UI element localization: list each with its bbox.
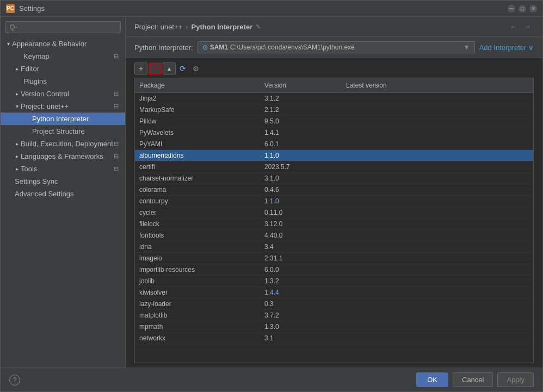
table-row[interactable]: Pillow9.5.0: [135, 116, 533, 127]
sidebar-item-settings-sync[interactable]: Settings Sync: [1, 175, 125, 188]
interpreter-name: SAM1: [210, 43, 228, 51]
sidebar: ▾Appearance & BehaviorKeymap⊟▸EditorPlug…: [1, 17, 126, 368]
ok-button[interactable]: OK: [416, 372, 448, 387]
interpreter-select[interactable]: ⊙ SAM1 C:\Users\pc\.conda\envs\SAM1\pyth…: [198, 41, 475, 53]
minimize-button[interactable]: ─: [508, 5, 515, 13]
nav-back-button[interactable]: ←: [508, 21, 520, 32]
sidebar-item-tools[interactable]: ▸Tools⊟: [1, 163, 125, 175]
close-button[interactable]: ✕: [529, 5, 537, 13]
up-button[interactable]: ▲: [163, 63, 176, 74]
package-name-cell: lazy-loader: [135, 299, 260, 309]
package-latest-cell: [342, 189, 533, 191]
interpreter-dropdown-arrow: ▼: [464, 43, 470, 51]
remove-package-button[interactable]: −: [149, 63, 162, 74]
sidebar-item-label: Advanced Settings: [15, 190, 73, 198]
sidebar-item-plugins[interactable]: Plugins: [1, 75, 125, 88]
package-name-cell: Jinja2: [135, 94, 260, 103]
sidebar-item-project[interactable]: ▾Project: unet++⊟: [1, 100, 125, 113]
package-latest-cell: [342, 120, 533, 122]
table-row[interactable]: networkx3.1: [135, 333, 533, 344]
sidebar-search-input[interactable]: [5, 21, 121, 33]
nav-forward-button[interactable]: →: [522, 21, 534, 32]
sidebar-item-build-exec[interactable]: ▸Build, Execution, Deployment⊟: [1, 138, 125, 150]
table-row[interactable]: charset-normalizer3.1.0: [135, 173, 533, 184]
sidebar-item-languages[interactable]: ▸Languages & Frameworks⊟: [1, 150, 125, 163]
table-row[interactable]: MarkupSafe2.1.2: [135, 104, 533, 116]
package-latest-cell: [342, 143, 533, 145]
table-row[interactable]: PyWavelets1.4.1: [135, 127, 533, 139]
package-version-cell: 0.11.0: [260, 208, 342, 217]
table-row[interactable]: imageio2.31.1: [135, 253, 533, 264]
table-row[interactable]: albumentations1.1.0: [135, 150, 533, 161]
table-row[interactable]: matplotlib3.7.2: [135, 310, 533, 321]
maximize-button[interactable]: □: [519, 5, 526, 13]
table-row[interactable]: contourpy1.1.0: [135, 196, 533, 207]
table-row[interactable]: Jinja23.1.2: [135, 93, 533, 104]
package-version-cell: 2023.5.7: [260, 162, 342, 172]
table-row[interactable]: mpmath1.3.0: [135, 321, 533, 333]
package-version-cell: 1.4.4: [260, 288, 342, 297]
cancel-button[interactable]: Cancel: [453, 372, 493, 387]
package-version-cell: 3.12.0: [260, 219, 342, 229]
window-controls: ─ □ ✕: [508, 5, 537, 13]
sidebar-item-icon: ⊟: [114, 165, 119, 172]
table-row[interactable]: kiwisolver1.4.4: [135, 287, 533, 298]
table-row[interactable]: PyYAML6.0.1: [135, 139, 533, 150]
package-name-cell: mpmath: [135, 322, 260, 332]
packages-toolbar: + − ▲ ⟳ ⚙: [134, 63, 534, 74]
sidebar-item-appearance[interactable]: ▾Appearance & Behavior: [1, 38, 125, 50]
interpreter-label: Python Interpreter:: [134, 43, 193, 52]
breadcrumb-project: Project: unet++: [134, 23, 182, 31]
sidebar-item-python-interpreter[interactable]: Python Interpreter: [1, 113, 125, 125]
table-row[interactable]: lazy-loader0.3: [135, 298, 533, 310]
sidebar-item-label: Build, Execution, Deployment: [21, 140, 113, 148]
sidebar-item-keymap[interactable]: Keymap⊟: [1, 50, 125, 63]
table-row[interactable]: importlib-resources6.0.0: [135, 264, 533, 276]
arrow-icon: ▸: [16, 66, 18, 72]
add-package-button[interactable]: +: [134, 63, 147, 74]
nav-arrows: ← →: [508, 21, 534, 32]
settings-button[interactable]: ⚙: [190, 63, 202, 74]
table-row[interactable]: joblib1.3.2: [135, 276, 533, 287]
table-row[interactable]: cycler0.11.0: [135, 207, 533, 219]
package-version-cell: 0.4.6: [260, 185, 342, 195]
package-version-cell: 1.3.2: [260, 276, 342, 286]
package-name-cell: certifi: [135, 162, 260, 172]
refresh-button[interactable]: ⟳: [177, 63, 189, 74]
table-row[interactable]: colorama0.4.6: [135, 184, 533, 196]
package-name-cell: PyYAML: [135, 139, 260, 149]
table-row[interactable]: certifi2023.5.7: [135, 161, 533, 173]
interpreter-bar: Python Interpreter: ⊙ SAM1 C:\Users\pc\.…: [126, 37, 542, 58]
sidebar-item-version-control[interactable]: ▸Version Control⊟: [1, 88, 125, 100]
package-latest-cell: [342, 246, 533, 248]
package-version-cell: 3.1.2: [260, 94, 342, 103]
package-version-cell: 9.5.0: [260, 116, 342, 126]
sidebar-item-icon: ⊟: [114, 53, 119, 60]
apply-button[interactable]: Apply: [497, 372, 534, 387]
help-button[interactable]: ?: [9, 375, 20, 385]
table-row[interactable]: filelock3.12.0: [135, 219, 533, 230]
package-version-cell: 0.3: [260, 299, 342, 309]
sidebar-item-project-structure[interactable]: Project Structure: [1, 125, 125, 138]
sidebar-item-editor[interactable]: ▸Editor: [1, 63, 125, 75]
settings-window: PC Settings ─ □ ✕ ▾Appearance & Behavior…: [0, 0, 543, 392]
package-version-cell: 3.1: [260, 333, 342, 343]
sidebar-search-container: [1, 17, 125, 38]
table-row[interactable]: idna3.4: [135, 241, 533, 253]
package-latest-cell: [342, 314, 533, 316]
package-name-cell: Pillow: [135, 116, 260, 126]
arrow-icon: ▸: [16, 141, 18, 147]
table-row[interactable]: fonttools4.40.0: [135, 230, 533, 241]
package-latest-cell: [342, 177, 533, 179]
package-latest-cell: [342, 166, 533, 168]
package-name-cell: MarkupSafe: [135, 105, 260, 115]
package-name-cell: filelock: [135, 219, 260, 229]
sidebar-item-advanced-settings[interactable]: Advanced Settings: [1, 188, 125, 200]
add-interpreter-button[interactable]: Add Interpreter ∨: [479, 43, 534, 52]
package-version-cell: 2.1.2: [260, 105, 342, 115]
sidebar-item-label: Settings Sync: [15, 177, 58, 185]
header-latest: Latest version: [342, 80, 533, 90]
package-name-cell: colorama: [135, 185, 260, 195]
package-version-cell: 3.4: [260, 242, 342, 252]
sidebar-item-label: Project Structure: [32, 127, 85, 135]
